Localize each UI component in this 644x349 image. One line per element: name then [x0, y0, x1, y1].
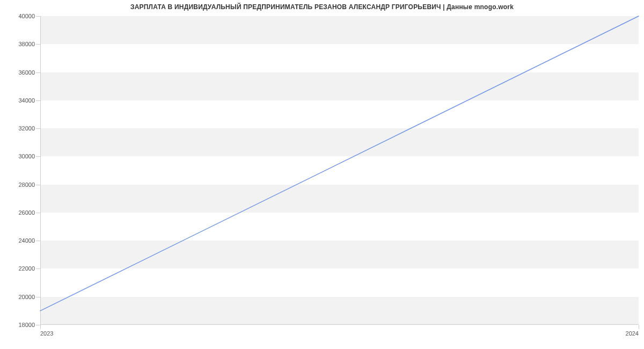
y-tick — [36, 100, 40, 101]
chart-container: ЗАРПЛАТА В ИНДИВИДУАЛЬНЫЙ ПРЕДПРИНИМАТЕЛ… — [0, 0, 644, 349]
series-line — [40, 16, 639, 311]
series-layer — [40, 16, 639, 325]
chart-title: ЗАРПЛАТА В ИНДИВИДУАЛЬНЫЙ ПРЕДПРИНИМАТЕЛ… — [0, 3, 644, 11]
plot-area: 1800020000220002400026000280003000032000… — [40, 16, 639, 325]
y-tick — [36, 213, 40, 213]
y-tick — [36, 325, 40, 325]
x-tick — [40, 325, 41, 329]
y-tick-label: 34000 — [18, 97, 35, 104]
y-tick-label: 28000 — [18, 181, 35, 188]
y-tick — [36, 156, 40, 157]
y-tick-label: 24000 — [18, 237, 35, 244]
x-tick-label: 2024 — [626, 330, 639, 337]
y-tick-label: 40000 — [18, 13, 35, 19]
x-tick-label: 2023 — [40, 330, 53, 337]
y-tick — [36, 44, 40, 45]
y-tick-label: 20000 — [18, 294, 35, 300]
y-tick — [36, 268, 40, 269]
y-tick-label: 38000 — [18, 41, 35, 47]
y-tick — [36, 16, 40, 17]
y-tick-label: 36000 — [18, 69, 35, 76]
y-tick-label: 26000 — [18, 209, 35, 216]
y-tick — [36, 297, 40, 297]
x-tick — [639, 325, 639, 329]
y-tick — [36, 72, 40, 73]
y-tick-label: 32000 — [18, 125, 35, 132]
y-tick — [36, 185, 40, 185]
y-tick-label: 30000 — [18, 153, 35, 159]
y-tick — [36, 241, 40, 241]
y-tick-label: 18000 — [18, 322, 35, 328]
y-tick — [36, 128, 40, 129]
y-tick-label: 22000 — [18, 265, 35, 272]
